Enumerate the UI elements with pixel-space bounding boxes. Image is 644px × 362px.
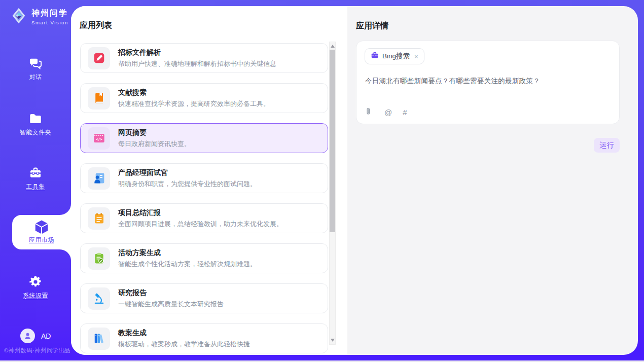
brand-name: 神州问学	[31, 8, 68, 19]
app-card-description: 模板驱动，教案秒成，教学准备从此轻松快捷	[118, 340, 250, 349]
app-detail-title: 应用详情	[356, 21, 388, 31]
interview-icon	[88, 167, 110, 190]
app-card-title: 教案生成	[118, 329, 250, 338]
sidebar-item-label: 智能文件夹	[0, 128, 71, 137]
app-card-title: 招标文件解析	[118, 48, 276, 57]
app-card-title: 产品经理面试官	[118, 168, 257, 177]
app-card[interactable]: 教案生成模板驱动，教案秒成，教学准备从此轻松快捷	[80, 323, 328, 353]
brand-logo-icon	[9, 6, 28, 27]
sidebar-item-chat[interactable]: 对话	[0, 56, 71, 82]
app-card-title: 研究报告	[118, 288, 224, 298]
svg-text:</>: </>	[96, 137, 102, 141]
scrollbar[interactable]	[329, 42, 336, 345]
gear-icon	[28, 275, 43, 289]
notepad-icon	[88, 207, 110, 230]
avatar	[20, 329, 35, 343]
tool-chip-label: Bing搜索	[382, 52, 410, 61]
user-icon	[23, 332, 32, 340]
app-card[interactable]: 活动方案生成智能生成个性化活动方案，轻松解决规划难题。	[80, 243, 328, 273]
active-curve-bottom	[60, 249, 71, 261]
sidebar-item-app-market[interactable]: 应用市场	[12, 215, 71, 249]
app-card[interactable]: 项目总结汇报全面回顾项目进展，总结经验教训，助力未来优化发展。	[80, 203, 328, 233]
run-button[interactable]: 运行	[594, 138, 620, 153]
microscope-icon	[88, 287, 110, 310]
chip-close-icon[interactable]: ×	[414, 53, 418, 60]
app-card[interactable]: </>网页摘要每日政府新闻资讯快查。	[80, 123, 328, 153]
cube-icon	[33, 219, 50, 235]
prompt-input[interactable]: 今日湖北有哪些新闻要点？有哪些需要关注的最新政策？	[365, 77, 609, 86]
app-card-title: 活动方案生成	[118, 248, 257, 258]
app-card[interactable]: 产品经理面试官明确身份和职责，为您提供专业性的面试问题。	[80, 163, 328, 193]
app-card-description: 一键智能生成高质量长文本研究报告	[118, 300, 224, 309]
scroll-up-icon[interactable]	[331, 45, 335, 48]
input-toolbar: @ #	[365, 107, 407, 118]
tool-chip-bing-search[interactable]: Bing搜索 ×	[365, 48, 424, 64]
app-detail-panel: 应用详情 Bing搜索 × 今日湖北有哪些新闻要点？有哪些需要关注的最新政策？	[347, 6, 638, 355]
brand-subtitle: Smart Vision	[31, 20, 68, 25]
content-area: 应用列表 招标文件解析帮助用户快速、准确地理解和解析招标书中的关键信息文献搜索快…	[71, 6, 638, 355]
app-card-description: 帮助用户快速、准确地理解和解析招标书中的关键信息	[118, 59, 276, 68]
app-window: 神州问学 Smart Vision 对话智能文件夹工具集应用市场系统设置 AD …	[0, 0, 644, 362]
tender-icon	[88, 47, 110, 69]
hashtag-icon[interactable]: #	[403, 108, 407, 117]
folder-icon	[28, 112, 43, 126]
app-list-title: 应用列表	[80, 20, 112, 31]
book-icon	[88, 87, 110, 110]
user-name: AD	[41, 332, 51, 340]
app-card-description: 智能生成个性化活动方案，轻松解决规划难题。	[118, 260, 257, 269]
attachment-icon[interactable]	[365, 107, 374, 118]
user-account[interactable]: AD	[20, 329, 51, 343]
sidebar-item-label: 系统设置	[0, 292, 71, 300]
sidebar-item-toolbox[interactable]: 工具集	[0, 166, 71, 191]
brand-logo: 神州问学 Smart Vision	[9, 6, 68, 27]
app-card[interactable]: 招标文件解析帮助用户快速、准确地理解和解析招标书中的关键信息	[80, 43, 328, 73]
app-card[interactable]: 研究报告一键智能生成高质量长文本研究报告	[80, 283, 328, 313]
sidebar-item-settings[interactable]: 系统设置	[0, 275, 71, 300]
books-icon	[88, 328, 110, 350]
app-card-description: 全面回顾项目进展，总结经验教训，助力未来优化发展。	[118, 220, 283, 229]
copyright-text: ©神州数码·神州问学出品	[4, 347, 75, 354]
chat-icon	[28, 56, 43, 70]
mention-icon[interactable]: @	[384, 108, 392, 117]
app-card[interactable]: 文献搜索快速精准查找学术资源，提高研究效率的必备工具。	[80, 83, 328, 113]
active-curve-top	[60, 204, 71, 215]
toolbox-icon	[28, 166, 43, 180]
app-card-title: 网页摘要	[118, 128, 191, 137]
app-card-title: 文献搜索	[118, 88, 270, 97]
brand-text: 神州问学 Smart Vision	[31, 8, 68, 25]
app-card-title: 项目总结汇报	[118, 208, 283, 218]
scroll-down-icon[interactable]	[331, 339, 335, 342]
app-card-description: 每日政府新闻资讯快查。	[118, 139, 191, 149]
app-card-description: 明确身份和职责，为您提供专业性的面试问题。	[118, 179, 257, 189]
sidebar: 神州问学 Smart Vision 对话智能文件夹工具集应用市场系统设置 AD …	[0, 0, 71, 362]
clipboard-icon	[88, 247, 110, 270]
sidebar-item-label: 应用市场	[12, 236, 71, 244]
app-card-description: 快速精准查找学术资源，提高研究效率的必备工具。	[118, 99, 270, 108]
app-list-panel: 应用列表 招标文件解析帮助用户快速、准确地理解和解析招标书中的关键信息文献搜索快…	[71, 6, 347, 355]
briefcase-icon	[371, 51, 379, 61]
scrollbar-thumb[interactable]	[330, 50, 335, 232]
prompt-card: Bing搜索 × 今日湖北有哪些新闻要点？有哪些需要关注的最新政策？ @ #	[356, 41, 620, 124]
sidebar-item-smart-folder[interactable]: 智能文件夹	[0, 112, 71, 137]
sidebar-item-label: 对话	[0, 73, 71, 82]
webpage-icon: </>	[88, 127, 110, 150]
sidebar-item-label: 工具集	[0, 183, 71, 191]
app-list: 招标文件解析帮助用户快速、准确地理解和解析招标书中的关键信息文献搜索快速精准查找…	[80, 43, 328, 355]
